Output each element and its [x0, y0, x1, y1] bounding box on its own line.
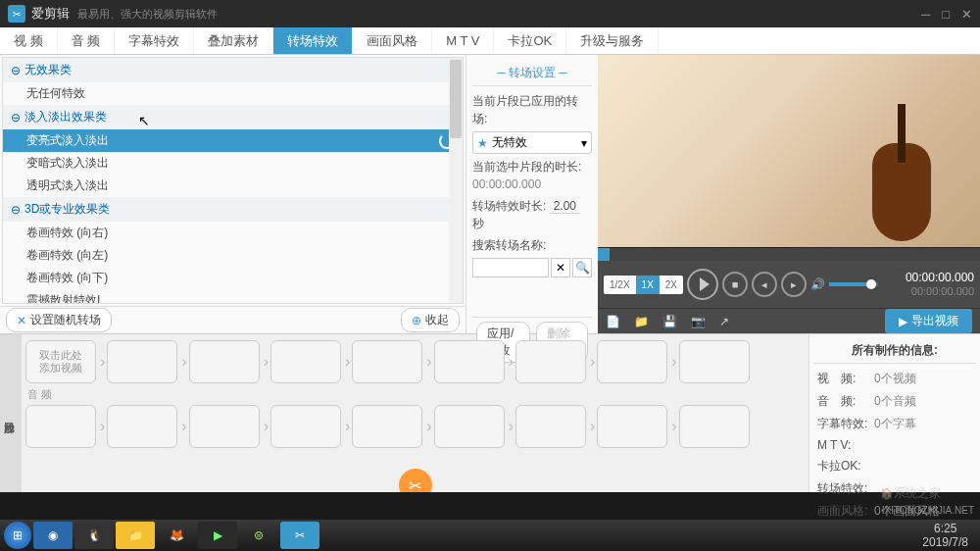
- clip-slot[interactable]: [189, 405, 260, 448]
- maximize-icon[interactable]: □: [942, 7, 950, 22]
- category-fade[interactable]: ⊖淡入淡出效果类: [3, 105, 463, 129]
- tab-audio[interactable]: 音 频: [58, 27, 116, 54]
- tab-transition[interactable]: 转场特效: [273, 27, 353, 54]
- clear-search-button[interactable]: ✕: [551, 258, 570, 277]
- effect-item[interactable]: 透明式淡入淡出: [3, 175, 463, 197]
- applied-label: 当前片段已应用的转场:: [472, 92, 592, 127]
- task-app-icon[interactable]: ⊜: [239, 522, 278, 549]
- export-icon: ▶: [899, 315, 907, 328]
- clip-slot[interactable]: [434, 340, 505, 383]
- speed-half[interactable]: 1/2X: [604, 276, 636, 294]
- clip-slot[interactable]: [352, 340, 422, 383]
- category-3d[interactable]: ⊖3D或专业效果类: [3, 197, 463, 222]
- effect-item-selected[interactable]: 变亮式淡入淡出: [3, 129, 463, 152]
- tracks-area: 双击此处 添加视频› › › › › › › › 音 频 › › › › › ›…: [22, 334, 808, 492]
- scrollbar[interactable]: [449, 58, 463, 303]
- stop-button[interactable]: ■: [722, 272, 748, 297]
- titlebar: ✂ 爱剪辑 最易用、强大的视频剪辑软件 ─ □ ✕: [0, 0, 980, 27]
- task-app-icon[interactable]: 🐧: [74, 522, 114, 549]
- clip-slot[interactable]: [679, 405, 750, 448]
- info-header: 所有制作的信息:: [813, 338, 976, 364]
- progress-bar[interactable]: [598, 247, 980, 261]
- collapse-button[interactable]: ⊕收起: [401, 308, 460, 332]
- tab-video[interactable]: 视 频: [0, 27, 58, 54]
- info-row: 卡拉OK:: [817, 455, 972, 477]
- trans-duration: 转场特效时长: 2.00 秒: [472, 197, 592, 232]
- clip-slot[interactable]: [107, 405, 177, 448]
- applied-dropdown[interactable]: ★无特效▾: [472, 131, 592, 154]
- taskbar-clock[interactable]: 6:25 2019/7/8: [922, 522, 976, 550]
- info-row: 视 频:0个视频: [817, 368, 972, 390]
- category-none[interactable]: ⊖无效果类: [3, 58, 463, 82]
- tab-karaoke[interactable]: 卡拉OK: [494, 27, 566, 54]
- effect-item[interactable]: 变暗式淡入淡出: [3, 152, 463, 175]
- app-title: 爱剪辑: [31, 5, 70, 23]
- next-button[interactable]: ▸: [781, 272, 807, 297]
- tab-overlay[interactable]: 叠加素材: [194, 27, 273, 54]
- clip-slot[interactable]: [270, 405, 341, 448]
- snapshot-icon[interactable]: 📷: [691, 315, 706, 328]
- player-controls: 1/2X 1X 2X ■ ◂ ▸ 🔊 00:00:00.000 00:00:00…: [598, 261, 980, 308]
- effects-list[interactable]: ⊖无效果类 无任何特效 ⊖淡入淡出效果类 变亮式淡入淡出 变暗式淡入淡出 透明式…: [2, 57, 464, 304]
- clip-slot[interactable]: [515, 340, 586, 383]
- effect-item[interactable]: 卷画特效 (向右): [3, 222, 463, 244]
- preview-image: [843, 114, 941, 247]
- volume-icon[interactable]: 🔊: [810, 277, 825, 291]
- clip-slot[interactable]: [597, 405, 667, 448]
- timeline: 已添加片段 双击此处 添加视频› › › › › › › › 音 频 › › ›…: [0, 333, 980, 492]
- effect-item[interactable]: 卷画特效 (向下): [3, 267, 463, 289]
- clip-slot[interactable]: [679, 340, 750, 383]
- info-row: 音 频:0个音频: [817, 390, 972, 413]
- watermark: IXITONGZHIJIA.NET: [882, 505, 974, 516]
- main-tabs: 视 频 音 频 字幕特效 叠加素材 转场特效 画面风格 M T V 卡拉OK 升…: [0, 27, 980, 55]
- scroll-thumb[interactable]: [450, 60, 462, 138]
- task-app-icon[interactable]: ✂: [280, 522, 319, 549]
- add-clip-slot[interactable]: 双击此处 添加视频: [25, 340, 96, 383]
- speed-2x[interactable]: 2X: [660, 276, 683, 294]
- cut-button[interactable]: ✂: [399, 469, 432, 492]
- volume-slider[interactable]: [829, 282, 878, 286]
- clip-slot[interactable]: [270, 340, 341, 383]
- video-track: 双击此处 添加视频› › › › › › › ›: [25, 338, 805, 385]
- tab-mtv[interactable]: M T V: [432, 27, 494, 54]
- start-button[interactable]: ⊞: [4, 522, 31, 549]
- task-app-icon[interactable]: ▶: [198, 522, 237, 549]
- task-firefox-icon[interactable]: 🦊: [157, 522, 196, 549]
- clip-slot[interactable]: [107, 340, 177, 383]
- clip-slot[interactable]: [25, 405, 96, 448]
- close-icon[interactable]: ✕: [961, 7, 972, 22]
- clip-slot[interactable]: [189, 340, 260, 383]
- tab-subtitle[interactable]: 字幕特效: [115, 27, 194, 54]
- clip-slot[interactable]: [597, 340, 667, 383]
- audio-track: › › › › › › › ›: [25, 403, 805, 450]
- play-button[interactable]: [687, 269, 718, 300]
- transition-settings: ─ 转场设置 ─ 当前片段已应用的转场: ★无特效▾ 当前选中片段的时长:00:…: [466, 55, 598, 333]
- clip-slot[interactable]: [352, 405, 422, 448]
- search-input[interactable]: [472, 258, 549, 277]
- minimize-icon[interactable]: ─: [921, 7, 930, 22]
- effect-item[interactable]: 震撼散射特效I: [3, 289, 463, 304]
- tab-style[interactable]: 画面风格: [353, 27, 432, 54]
- speed-1x[interactable]: 1X: [636, 276, 660, 294]
- preview-panel: 1/2X 1X 2X ■ ◂ ▸ 🔊 00:00:00.000 00:00:00…: [598, 55, 980, 333]
- export-button[interactable]: ▶导出视频: [885, 309, 972, 333]
- audio-track-label: 音 频: [27, 387, 52, 402]
- share-icon[interactable]: ↗: [719, 315, 729, 328]
- prev-button[interactable]: ◂: [752, 272, 777, 297]
- random-transition-button[interactable]: ✕设置随机转场: [6, 308, 112, 332]
- clip-slot[interactable]: [434, 405, 505, 448]
- effect-item[interactable]: 无任何特效: [3, 82, 463, 105]
- tab-upgrade[interactable]: 升级与服务: [566, 27, 659, 54]
- speed-selector: 1/2X 1X 2X: [604, 276, 683, 294]
- clip-slot[interactable]: [515, 405, 586, 448]
- task-app-icon[interactable]: ◉: [33, 522, 73, 549]
- new-icon[interactable]: 📄: [606, 315, 620, 328]
- search-button[interactable]: 🔍: [572, 258, 592, 277]
- background-logo: 🏠系统之家: [880, 485, 941, 502]
- save-icon[interactable]: 💾: [662, 315, 677, 328]
- open-icon[interactable]: 📁: [634, 315, 649, 328]
- effect-item[interactable]: 卷画特效 (向左): [3, 244, 463, 267]
- info-row: 字幕特效:0个字幕: [817, 413, 972, 435]
- info-row: M T V:: [817, 435, 972, 455]
- task-app-icon[interactable]: 📁: [116, 522, 155, 549]
